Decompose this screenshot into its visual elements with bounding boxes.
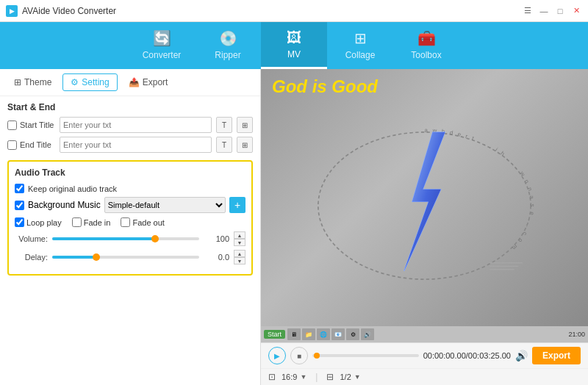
app-icon: ▶: [6, 5, 18, 17]
taskbar-clock: 21:00: [568, 331, 585, 338]
nav-toolbox[interactable]: 🧰 Toolbox: [393, 22, 459, 69]
start-title-label: Start Title: [7, 120, 55, 130]
preview-svg: a w b d e r t . . . i h . . . w n n a s …: [261, 69, 588, 342]
taskbar-icon-5: ⚙: [346, 328, 359, 340]
volume-row: Volume: 100 ▲ ▼: [15, 231, 245, 246]
minimize-button[interactable]: —: [538, 5, 550, 17]
delay-fill: [52, 256, 96, 259]
keep-original-label: Keep original audio track: [28, 184, 117, 193]
page-value: 1/2: [340, 373, 351, 381]
nav-collage-label: Collage: [345, 50, 376, 60]
volume-fill: [52, 237, 155, 240]
nav-converter[interactable]: 🔄 Converter: [129, 22, 195, 69]
nav-mv[interactable]: 🖼 MV: [261, 22, 327, 69]
end-title-row: End Title T ⊞: [7, 137, 253, 153]
player-controls: ▶ ■ 00:00:00.00/00:03:25.00 🔊 Export: [261, 342, 588, 368]
fade-in-checkbox[interactable]: [72, 217, 82, 227]
close-button[interactable]: ✕: [570, 5, 582, 17]
ratio-row: ⊡ 16:9 ▼ | ⊟ 1/2 ▼: [261, 368, 588, 385]
delay-up[interactable]: ▲: [234, 250, 245, 257]
collage-icon: ⊞: [354, 29, 367, 47]
end-title-settings-btn[interactable]: ⊞: [237, 137, 253, 153]
nav-ripper-label: Ripper: [215, 50, 240, 60]
volume-value: 100: [204, 234, 229, 243]
add-music-button[interactable]: +: [229, 197, 245, 213]
tab-setting[interactable]: ⚙ Setting: [62, 73, 117, 91]
bg-music-select[interactable]: Simple-default None Custom: [104, 197, 226, 213]
delay-down[interactable]: ▼: [234, 257, 245, 265]
stop-button[interactable]: ■: [290, 347, 308, 364]
page-icon: ⊟: [326, 372, 334, 382]
tab-export-label: Export: [143, 77, 168, 87]
preview-visual: a w b d e r t . . . i h . . . w n n a s …: [261, 69, 588, 342]
tab-setting-label: Setting: [82, 77, 109, 87]
progress-bar[interactable]: [312, 354, 419, 357]
fade-in-option: Fade in: [72, 217, 111, 227]
start-title-text-btn[interactable]: T: [216, 117, 232, 133]
audio-track-section: Audio Track Keep original audio track Ba…: [7, 160, 253, 276]
right-panel: God is Good a w b d e r t . . . i h . . …: [261, 69, 588, 385]
preview-title-text: God is Good: [272, 76, 378, 97]
nav-converter-label: Converter: [143, 50, 182, 60]
fade-out-label: Fade out: [132, 218, 164, 227]
taskbar-icon-6: 🔊: [361, 328, 374, 340]
theme-icon: ⊞: [14, 77, 21, 87]
start-end-section: Start & End Start Title T ⊞ End Title: [7, 102, 253, 153]
ripper-icon: 💿: [219, 29, 237, 47]
export-button[interactable]: Export: [532, 347, 581, 364]
fade-out-checkbox[interactable]: [121, 217, 130, 227]
converter-icon: 🔄: [153, 29, 171, 47]
page-selector[interactable]: 1/2 ▼: [340, 373, 360, 381]
end-title-text-btn[interactable]: T: [216, 137, 232, 153]
maximize-button[interactable]: □: [554, 5, 566, 17]
tab-theme[interactable]: ⊞ Theme: [6, 73, 60, 91]
svg-marker-3: [404, 132, 445, 271]
loop-play-option: Loop play: [15, 217, 62, 227]
bg-music-row: Background Music Simple-default None Cus…: [15, 197, 245, 213]
panel-tabs: ⊞ Theme ⚙ Setting 📤 Export: [0, 69, 260, 96]
start-title-settings-btn[interactable]: ⊞: [237, 117, 253, 133]
audio-track-title: Audio Track: [15, 168, 245, 178]
taskbar-icons: 🖥 📁 🌐 📧 ⚙ 🔊: [287, 328, 566, 340]
progress-thumb[interactable]: [314, 353, 320, 359]
nav-collage[interactable]: ⊞ Collage: [327, 22, 393, 69]
start-title-row: Start Title T ⊞: [7, 117, 253, 133]
delay-row: Delay: 0.0 ▲ ▼: [15, 250, 245, 265]
preview-area: God is Good a w b d e r t . . . i h . . …: [261, 69, 588, 342]
volume-slider[interactable]: [52, 237, 199, 240]
export-tab-icon: 📤: [129, 77, 140, 87]
start-title-checkbox[interactable]: [7, 120, 17, 130]
volume-icon[interactable]: 🔊: [515, 350, 528, 361]
delay-label: Delay:: [15, 253, 48, 262]
ratio-selector[interactable]: 16:9 ▼: [282, 373, 306, 381]
taskbar-icon-4: 📧: [331, 328, 345, 340]
start-title-input[interactable]: [60, 117, 212, 133]
fade-in-label: Fade in: [84, 218, 111, 227]
ratio-dropdown-arrow: ▼: [300, 373, 306, 381]
time-current: 00:00:00.00: [423, 351, 466, 360]
app-icon-symbol: ▶: [10, 7, 15, 15]
keep-original-checkbox[interactable]: [15, 184, 24, 193]
main-content: ⊞ Theme ⚙ Setting 📤 Export Start & End S: [0, 69, 588, 385]
tab-export[interactable]: 📤 Export: [121, 73, 176, 91]
delay-slider[interactable]: [52, 256, 199, 259]
divider-1: |: [315, 372, 318, 382]
volume-up[interactable]: ▲: [234, 231, 245, 239]
volume-thumb[interactable]: [151, 235, 159, 242]
menu-icon[interactable]: ☰: [522, 5, 534, 17]
nav-ripper[interactable]: 💿 Ripper: [195, 22, 261, 69]
bg-music-checkbox[interactable]: [15, 201, 24, 210]
bg-music-label: Background Music: [28, 200, 101, 210]
play-button[interactable]: ▶: [268, 347, 286, 364]
ratio-value: 16:9: [282, 373, 297, 381]
nav-bar: 🔄 Converter 💿 Ripper 🖼 MV ⊞ Collage 🧰 To…: [0, 22, 588, 69]
end-title-input[interactable]: [60, 137, 212, 153]
nav-mv-label: MV: [287, 49, 301, 60]
start-end-title: Start & End: [7, 102, 253, 112]
end-title-checkbox[interactable]: [7, 140, 17, 150]
loop-play-checkbox[interactable]: [15, 217, 24, 227]
delay-thumb[interactable]: [93, 253, 100, 261]
left-panel: ⊞ Theme ⚙ Setting 📤 Export Start & End S: [0, 69, 261, 385]
volume-down[interactable]: ▼: [234, 239, 245, 246]
app-title: AVAide Video Converter: [22, 6, 116, 16]
